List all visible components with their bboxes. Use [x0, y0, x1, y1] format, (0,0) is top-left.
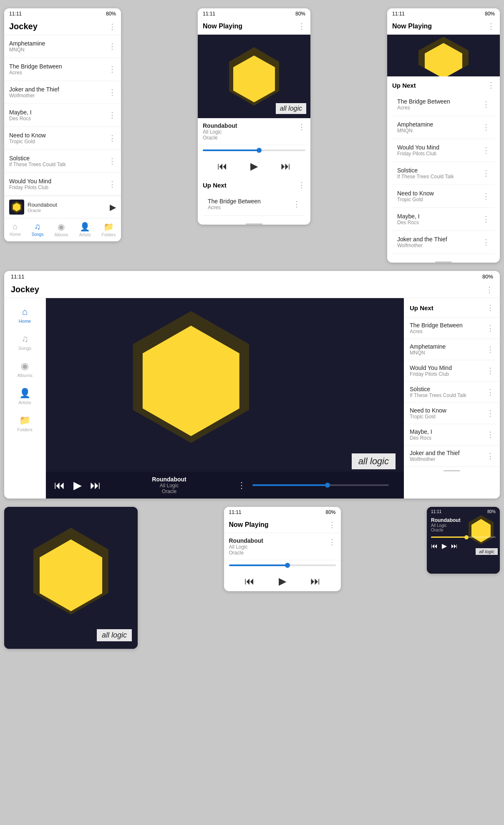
- song-list-item[interactable]: Amphetamine MNQN ⋮: [4, 35, 121, 58]
- tablet-up-next-item[interactable]: Amphetamine MNQN ⋮: [404, 339, 500, 360]
- song-list-item[interactable]: Solstice If These Trees Could Talk ⋮: [4, 150, 121, 173]
- up-next-item-more[interactable]: ⋮: [482, 215, 490, 224]
- song-more-icon[interactable]: ⋮: [108, 88, 116, 97]
- play-pause-5[interactable]: ▶: [279, 575, 286, 587]
- song-info: The Bridge Between Acres: [9, 63, 62, 76]
- nav-item-songs[interactable]: ♫ Songs: [32, 222, 43, 237]
- progress-row-5: [224, 560, 341, 571]
- nav-item-folders[interactable]: 📁 Folders: [102, 222, 116, 237]
- nav-label-home: Home: [10, 232, 21, 237]
- skip-next-button-2[interactable]: ⏭: [281, 160, 291, 172]
- tablet-scroll-indicator: [444, 470, 460, 471]
- tablet-nav-home[interactable]: ⌂ Home: [4, 301, 45, 329]
- tablet-up-next-item[interactable]: Solstice If These Trees Could Talk ⋮: [404, 382, 500, 403]
- up-next-item-more[interactable]: ⋮: [482, 238, 490, 247]
- skip-back-button-2[interactable]: ⏮: [217, 160, 227, 172]
- phone6-progress: [427, 535, 500, 539]
- song-list-item[interactable]: The Bridge Between Acres ⋮: [4, 58, 121, 81]
- tablet-nav-albums[interactable]: ◉ Albums: [4, 356, 45, 383]
- play-pause-button-2[interactable]: ▶: [250, 160, 258, 172]
- tablet-up-next-item[interactable]: The Bridge Between Acres ⋮: [404, 318, 500, 339]
- song-info: Maybe, I Des Rocs: [9, 109, 32, 121]
- phone6-skip-next[interactable]: ⏭: [451, 542, 458, 550]
- tablet-up-next-item[interactable]: Would You Mind Friday Pilots Club ⋮: [404, 360, 500, 382]
- song-more-icon[interactable]: ⋮: [108, 65, 116, 74]
- up-next-item[interactable]: Would You Mind Friday Pilots Club ⋮: [392, 139, 495, 162]
- song-artist-2: Oracle: [203, 135, 237, 141]
- up-next-item-more[interactable]: ⋮: [482, 100, 490, 109]
- phone6-skip-back[interactable]: ⏮: [431, 542, 438, 550]
- song-list-item[interactable]: Joker and the Thief Wolfmother ⋮: [4, 81, 121, 104]
- song-more-5[interactable]: ⋮: [328, 537, 336, 547]
- more-options-icon-3[interactable]: ⋮: [487, 22, 495, 31]
- tablet-up-next-more[interactable]: ⋮: [486, 303, 494, 312]
- phone6-play-pause[interactable]: ▶: [442, 542, 447, 550]
- up-next-first-item-2[interactable]: The Bridge Between Acres ⋮: [203, 193, 305, 216]
- song-more-icon[interactable]: ⋮: [108, 134, 116, 143]
- tablet-nav-songs[interactable]: ♫ Songs: [4, 329, 45, 356]
- mini-play-button[interactable]: ▶: [110, 202, 116, 212]
- up-next-item[interactable]: Joker and the Thief Wolfmother ⋮: [392, 231, 495, 254]
- song-more-icon-2[interactable]: ⋮: [298, 122, 305, 132]
- tablet-more-btn[interactable]: ⋮: [237, 480, 246, 490]
- song-more-icon[interactable]: ⋮: [108, 111, 116, 120]
- tablet-progress[interactable]: [252, 483, 389, 488]
- status-time-5: 11:11: [229, 509, 242, 515]
- tablet-nav-artists[interactable]: 👤 Artists: [4, 383, 45, 410]
- phone6-progress-bar[interactable]: [431, 537, 496, 538]
- up-next-item-more[interactable]: ⋮: [482, 123, 490, 132]
- tablet-up-next-title: Need to Know: [410, 407, 446, 414]
- skip-back-5[interactable]: ⏮: [244, 575, 255, 587]
- tablet-up-next-item-more[interactable]: ⋮: [486, 430, 494, 439]
- song-list-item[interactable]: Would You Mind Friday Pilots Club ⋮: [4, 173, 121, 196]
- status-time-1: 11:11: [9, 11, 22, 17]
- tablet-up-next-item-more[interactable]: ⋮: [486, 409, 494, 418]
- tablet-up-next-artist: Des Rocs: [410, 435, 432, 441]
- up-next-item-more-2[interactable]: ⋮: [293, 200, 300, 209]
- tablet-more-icon[interactable]: ⋮: [486, 285, 493, 294]
- now-playing-header-5: Now Playing ⋮: [224, 517, 341, 533]
- up-next-item-more[interactable]: ⋮: [482, 192, 490, 201]
- song-more-icon[interactable]: ⋮: [108, 157, 116, 166]
- up-next-item[interactable]: Amphetamine MNQN ⋮: [392, 116, 495, 139]
- tablet-play-pause[interactable]: ▶: [73, 479, 82, 492]
- song-more-icon[interactable]: ⋮: [108, 180, 116, 189]
- up-next-more-3[interactable]: ⋮: [487, 81, 495, 90]
- tablet-skip-next[interactable]: ⏭: [90, 479, 101, 492]
- song-list-item[interactable]: Need to Know Tropic Gold ⋮: [4, 127, 121, 150]
- nav-item-albums[interactable]: ◉ Albums: [54, 222, 68, 237]
- nav-item-home[interactable]: ⌂ Home: [10, 222, 21, 237]
- tablet-up-next-item-more[interactable]: ⋮: [486, 451, 494, 461]
- up-next-more-icon-2[interactable]: ⋮: [298, 180, 305, 190]
- song-name: Solstice: [9, 155, 66, 162]
- up-next-item[interactable]: Maybe, I Des Rocs ⋮: [392, 208, 495, 231]
- up-next-item[interactable]: The Bridge Between Acres ⋮: [392, 93, 495, 116]
- song-album-2: All Logic: [203, 129, 237, 135]
- tablet-up-next-item-more[interactable]: ⋮: [486, 366, 494, 375]
- up-next-item[interactable]: Solstice If These Trees Could Talk ⋮: [392, 162, 495, 185]
- progress-bar-5[interactable]: [229, 564, 336, 566]
- up-next-item-more[interactable]: ⋮: [482, 169, 490, 178]
- tablet-up-next-item[interactable]: Need to Know Tropic Gold ⋮: [404, 403, 500, 424]
- more-options-5[interactable]: ⋮: [328, 520, 336, 529]
- tablet-nav-folders[interactable]: 📁 Folders: [4, 410, 45, 437]
- tablet-up-next-item-more[interactable]: ⋮: [486, 387, 494, 397]
- mini-player[interactable]: Roundabout Oracle ▶: [4, 196, 121, 218]
- tablet-skip-back[interactable]: ⏮: [54, 479, 65, 492]
- song-more-icon[interactable]: ⋮: [108, 42, 116, 51]
- mini-song-title: Roundabout: [28, 202, 57, 208]
- tablet-up-next-item-more[interactable]: ⋮: [486, 345, 494, 354]
- folders-icon: 📁: [103, 222, 114, 232]
- progress-bar-2[interactable]: [203, 149, 305, 151]
- song-list-item[interactable]: Maybe, I Des Rocs ⋮: [4, 104, 121, 127]
- up-next-item[interactable]: Need to Know Tropic Gold ⋮: [392, 185, 495, 208]
- tablet-up-next-item[interactable]: Maybe, I Des Rocs ⋮: [404, 424, 500, 445]
- nav-item-artists[interactable]: 👤 Artists: [79, 222, 91, 237]
- tablet-up-next-artist: Friday Pilots Club: [410, 371, 452, 377]
- up-next-item-more[interactable]: ⋮: [482, 146, 490, 155]
- more-options-icon-2[interactable]: ⋮: [298, 22, 305, 31]
- tablet-up-next-item-more[interactable]: ⋮: [486, 324, 494, 333]
- tablet-up-next-item[interactable]: Joker and the Thief Wolfmother ⋮: [404, 445, 500, 467]
- skip-next-5[interactable]: ⏭: [310, 575, 320, 587]
- more-options-icon-1[interactable]: ⋮: [108, 22, 116, 31]
